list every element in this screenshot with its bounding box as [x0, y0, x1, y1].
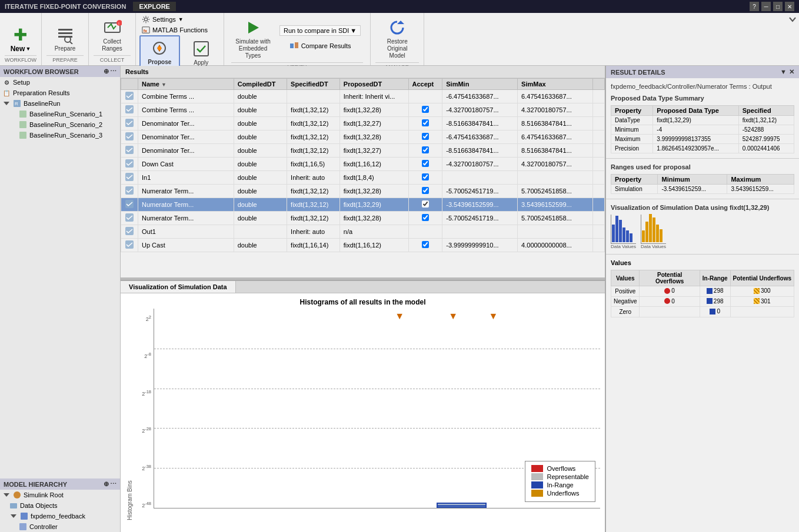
mini-hist-orange-label: Data Values — [641, 244, 666, 249]
values-underflow: 301 — [730, 296, 794, 307]
row-accept[interactable] — [408, 225, 442, 239]
new-button[interactable]: ✚ New ▼ — [6, 25, 36, 55]
matlab-functions-button[interactable]: fx MATLAB Functions — [139, 25, 220, 35]
settings-button[interactable]: Settings ▼ — [139, 14, 220, 25]
table-row[interactable]: Denominator Ter...doublefixdt(1,32,12)fi… — [121, 144, 605, 158]
row-accept[interactable] — [408, 90, 442, 103]
controller-item[interactable]: Controller — [0, 521, 120, 532]
prop-col-property: Property — [611, 106, 653, 116]
maximize-button[interactable]: □ — [773, 2, 783, 11]
results-table-wrap[interactable]: Name ▼ CompiledDT SpecifiedDT ProposedDT… — [121, 78, 605, 277]
col-proposed-header[interactable]: ProposedDT — [339, 79, 408, 90]
scenario-3-item[interactable]: BaselineRun_Scenario_3 — [0, 130, 120, 140]
table-row[interactable]: Denominator Ter...doublefixdt(1,32,12)fi… — [121, 117, 605, 131]
mini-hist-title: Visualization of Simulation Data using f… — [611, 204, 794, 211]
summary-property: Maximum — [611, 135, 653, 144]
right-panel-close[interactable]: ✕ — [789, 68, 794, 76]
row-name: Out1 — [138, 225, 234, 239]
val-col-underflow: Potential Underflows — [730, 270, 794, 286]
table-row[interactable]: Down Castdoublefixdt(1,16,5)fixdt(1,16,1… — [121, 158, 605, 171]
row-proposed: fixdt(1,32,28) — [339, 131, 408, 144]
row-accept[interactable] — [408, 171, 442, 185]
row-accept[interactable] — [408, 212, 442, 225]
workflow-menu-icon[interactable]: ⋯ — [110, 68, 116, 75]
hierarchy-menu-icon[interactable]: ⋯ — [110, 480, 116, 488]
col-simmax-header[interactable]: SimMax — [518, 79, 593, 90]
table-row[interactable]: Numerator Term...doublefixdt(1,32,12)fix… — [121, 185, 605, 198]
scenario-1-item[interactable]: BaselineRun_Scenario_1 — [0, 109, 120, 119]
table-row[interactable]: Combine Terms ...doublefixdt(1,32,12)fix… — [121, 103, 605, 117]
ribbon-collapse[interactable] — [786, 13, 799, 65]
hierarchy-expand-icon[interactable]: ⊕ — [104, 480, 109, 488]
table-row[interactable]: Combine Terms ...doubleInherit: Inherit … — [121, 90, 605, 103]
col-specified-header[interactable]: SpecifiedDT — [287, 79, 340, 90]
col-simmin-header[interactable]: SimMin — [442, 79, 518, 90]
row-accept[interactable] — [408, 198, 442, 212]
minimize-button[interactable]: ─ — [761, 2, 771, 11]
simulink-expand-icon[interactable] — [2, 491, 11, 499]
table-row[interactable]: Up Castdoublefixdt(1,16,14)fixdt(1,16,12… — [121, 239, 605, 252]
accept-checkbox[interactable] — [422, 106, 429, 113]
row-simmax: 6.47541633687... — [518, 90, 593, 103]
mini-bars-blue — [611, 215, 636, 244]
results-table: Name ▼ CompiledDT SpecifiedDT ProposedDT… — [121, 78, 605, 252]
fxpdemo-item[interactable]: fxpdemo_feedback — [0, 511, 120, 521]
svg-rect-20 — [19, 111, 26, 118]
row-compiled: double — [234, 90, 287, 103]
row-accept[interactable] — [408, 117, 442, 131]
bar-8-selected[interactable] — [438, 504, 485, 508]
baseline-run-item[interactable]: R BaselineRun — [0, 98, 120, 109]
accept-checkbox[interactable] — [422, 241, 429, 248]
row-accept[interactable] — [408, 103, 442, 117]
summary-property: Precision — [611, 144, 653, 153]
explore-tab[interactable]: EXPLORE — [133, 2, 176, 11]
right-panel-expand[interactable]: ▼ — [780, 68, 787, 76]
row-accept[interactable] — [408, 131, 442, 144]
legend-overflows: Overflows — [531, 465, 589, 472]
fxpdemo-expand-icon[interactable] — [9, 512, 18, 520]
simulate-embedded-button[interactable]: Simulate with Embedded Types — [231, 15, 275, 62]
row-accept[interactable] — [408, 158, 442, 171]
accept-checkbox[interactable] — [422, 146, 429, 153]
values-inrange: 298 — [700, 296, 730, 307]
row-accept[interactable] — [408, 144, 442, 158]
table-row[interactable]: Out1Inherit: auton/a — [121, 225, 605, 239]
accept-checkbox[interactable] — [422, 173, 429, 180]
help-button[interactable]: ? — [750, 2, 759, 11]
compare-results-button[interactable]: Compare Results — [279, 39, 361, 52]
row-simmax: 8.51663847841... — [518, 144, 593, 158]
row-accept[interactable] — [408, 185, 442, 198]
ranges-maximum: 3.5439615259... — [727, 185, 794, 194]
table-row[interactable]: In1doubleInherit: autofixdt(1,8,4) — [121, 171, 605, 185]
accept-checkbox[interactable] — [422, 160, 429, 167]
col-name-header[interactable]: Name ▼ — [138, 79, 234, 90]
restore-button[interactable]: Restore Original Model — [375, 15, 419, 62]
accept-checkbox[interactable] — [422, 119, 429, 126]
table-row[interactable]: Numerator Term...doublefixdt(1,32,12)fix… — [121, 212, 605, 225]
run-compare-dropdown[interactable]: Run to compare in SDI ▼ — [279, 25, 361, 36]
col-accept-header[interactable]: Accept — [408, 79, 442, 90]
accept-checkbox[interactable] — [422, 214, 429, 221]
scenario-2-item[interactable]: BaselineRun_Scenario_2 — [0, 119, 120, 130]
simulink-root-item[interactable]: Simulink Root — [0, 490, 120, 500]
col-compiled-header[interactable]: CompiledDT — [234, 79, 287, 90]
prep-results-item[interactable]: 📋 Preparation Results — [0, 88, 120, 98]
setup-item[interactable]: ⚙ Setup — [0, 77, 120, 88]
viz-tab[interactable]: Visualization of Simulation Data — [121, 281, 236, 293]
restore-label: Restore Original Model — [379, 38, 415, 59]
baseline-expand-icon[interactable] — [2, 99, 11, 108]
matlab-label: MATLAB Functions — [152, 26, 208, 34]
accept-checkbox[interactable] — [422, 187, 429, 194]
prepare-button[interactable]: Prepare — [51, 22, 80, 55]
hierarchy-header-icons: ⊕ ⋯ — [104, 480, 116, 488]
workflow-expand-icon[interactable]: ⊕ — [104, 68, 109, 75]
table-row[interactable]: Denominator Ter...doublefixdt(1,32,12)fi… — [121, 131, 605, 144]
accept-checkbox[interactable] — [422, 200, 429, 208]
close-button[interactable]: ✕ — [785, 2, 794, 11]
collect-ranges-button[interactable]: ! Collect Ranges — [98, 15, 127, 55]
table-row[interactable]: Numerator Term...doublefixdt(1,32,12)fix… — [121, 198, 605, 212]
result-details-title: fxpdemo_feedback/Controller/Numerator Te… — [611, 83, 794, 90]
data-objects-item[interactable]: Data Objects — [0, 500, 120, 511]
accept-checkbox[interactable] — [422, 133, 429, 140]
row-accept[interactable] — [408, 239, 442, 252]
